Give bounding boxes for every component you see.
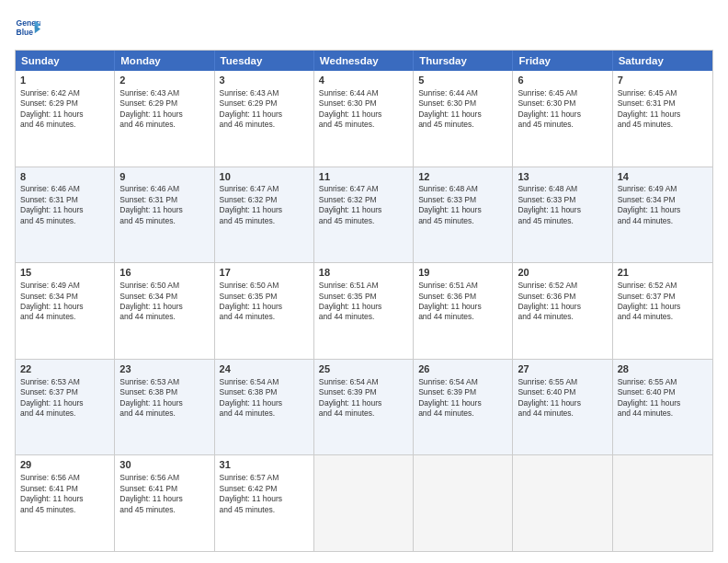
daylight: Daylight: 11 hours <box>319 205 382 214</box>
day-number: 28 <box>618 362 708 376</box>
daylight: Daylight: 11 hours <box>319 398 382 408</box>
calendar-cell: 3Sunrise: 6:43 AMSunset: 6:29 PMDaylight… <box>215 71 314 167</box>
day-number: 19 <box>418 266 507 280</box>
sunrise: Sunrise: 6:45 AM <box>518 88 577 98</box>
sunset: Sunset: 6:39 PM <box>418 387 476 396</box>
daylight: Daylight: 11 hours <box>20 302 84 311</box>
calendar-cell: 25Sunrise: 6:54 AMSunset: 6:39 PMDayligh… <box>314 360 414 455</box>
daylight: Daylight: 11 hours <box>418 109 482 119</box>
daylight: Daylight: 11 hours <box>220 205 283 214</box>
sunset: Sunset: 6:31 PM <box>20 195 78 204</box>
daylight-mins: and 44 minutes. <box>618 312 673 321</box>
sunset: Sunset: 6:34 PM <box>20 292 78 301</box>
calendar-cell: 10Sunrise: 6:47 AMSunset: 6:32 PMDayligh… <box>215 167 314 263</box>
sunset: Sunset: 6:39 PM <box>319 387 377 396</box>
calendar-cell: 5Sunrise: 6:44 AMSunset: 6:30 PMDaylight… <box>414 71 513 167</box>
sunset: Sunset: 6:42 PM <box>220 484 278 493</box>
sunrise: Sunrise: 6:55 AM <box>618 377 677 386</box>
sunrise: Sunrise: 6:53 AM <box>20 377 80 386</box>
day-number: 13 <box>518 170 607 184</box>
daylight: Daylight: 11 hours <box>20 494 84 503</box>
daylight: Daylight: 11 hours <box>119 398 183 408</box>
daylight-mins: and 46 minutes. <box>20 120 75 129</box>
day-number: 12 <box>418 170 507 184</box>
daylight-mins: and 44 minutes. <box>20 312 75 321</box>
daylight: Daylight: 11 hours <box>618 302 681 311</box>
daylight-mins: and 45 minutes. <box>119 216 175 225</box>
sunset: Sunset: 6:29 PM <box>119 98 177 108</box>
header: General Blue <box>15 15 713 40</box>
daylight-mins: and 45 minutes. <box>418 120 473 129</box>
daylight: Daylight: 11 hours <box>618 109 681 119</box>
day-number: 14 <box>618 170 708 184</box>
daylight-mins: and 44 minutes. <box>119 408 175 418</box>
daylight: Daylight: 11 hours <box>220 109 283 119</box>
daylight: Daylight: 11 hours <box>518 398 581 408</box>
sunset: Sunset: 6:29 PM <box>220 98 278 108</box>
calendar-row-5: 29Sunrise: 6:56 AMSunset: 6:41 PMDayligh… <box>16 454 712 551</box>
daylight: Daylight: 11 hours <box>119 302 183 311</box>
header-day-tuesday: Tuesday <box>215 51 314 71</box>
day-number: 25 <box>319 362 408 376</box>
sunset: Sunset: 6:38 PM <box>119 387 177 396</box>
daylight-mins: and 45 minutes. <box>618 120 673 129</box>
day-number: 5 <box>418 74 507 87</box>
daylight-mins: and 44 minutes. <box>518 408 573 418</box>
calendar-header: SundayMondayTuesdayWednesdayThursdayFrid… <box>16 51 712 71</box>
day-number: 7 <box>618 74 708 87</box>
day-number: 15 <box>20 266 109 280</box>
calendar-body: 1Sunrise: 6:42 AMSunset: 6:29 PMDaylight… <box>16 71 712 551</box>
calendar-cell: 14Sunrise: 6:49 AMSunset: 6:34 PMDayligh… <box>613 167 712 263</box>
day-number: 18 <box>319 266 408 280</box>
day-number: 29 <box>20 458 109 472</box>
sunrise: Sunrise: 6:50 AM <box>220 281 279 290</box>
daylight-mins: and 44 minutes. <box>220 312 275 321</box>
sunset: Sunset: 6:41 PM <box>20 484 78 493</box>
day-number: 11 <box>319 170 408 184</box>
day-number: 23 <box>119 362 209 376</box>
daylight: Daylight: 11 hours <box>319 302 382 311</box>
calendar-cell <box>414 455 513 551</box>
sunset: Sunset: 6:34 PM <box>119 292 177 301</box>
daylight-mins: and 45 minutes. <box>20 505 75 514</box>
day-number: 26 <box>418 362 507 376</box>
sunset: Sunset: 6:37 PM <box>20 387 78 396</box>
day-number: 16 <box>119 266 209 280</box>
sunset: Sunset: 6:32 PM <box>319 195 377 204</box>
sunset: Sunset: 6:31 PM <box>618 98 676 108</box>
calendar-cell: 7Sunrise: 6:45 AMSunset: 6:31 PMDaylight… <box>613 71 712 167</box>
sunrise: Sunrise: 6:46 AM <box>20 184 80 193</box>
sunset: Sunset: 6:34 PM <box>618 195 676 204</box>
calendar-cell: 26Sunrise: 6:54 AMSunset: 6:39 PMDayligh… <box>414 360 513 455</box>
sunset: Sunset: 6:37 PM <box>618 292 676 301</box>
sunrise: Sunrise: 6:47 AM <box>319 184 379 193</box>
sunrise: Sunrise: 6:47 AM <box>220 184 279 193</box>
calendar-cell: 28Sunrise: 6:55 AMSunset: 6:40 PMDayligh… <box>613 360 712 455</box>
daylight-mins: and 44 minutes. <box>418 312 473 321</box>
sunrise: Sunrise: 6:43 AM <box>119 88 179 98</box>
sunrise: Sunrise: 6:54 AM <box>319 377 379 386</box>
calendar-cell: 9Sunrise: 6:46 AMSunset: 6:31 PMDaylight… <box>115 167 214 263</box>
daylight-mins: and 45 minutes. <box>518 120 573 129</box>
calendar-cell: 13Sunrise: 6:48 AMSunset: 6:33 PMDayligh… <box>513 167 612 263</box>
sunset: Sunset: 6:30 PM <box>518 98 575 108</box>
daylight-mins: and 45 minutes. <box>418 216 473 225</box>
daylight-mins: and 44 minutes. <box>319 408 374 418</box>
sunset: Sunset: 6:40 PM <box>518 387 575 396</box>
daylight: Daylight: 11 hours <box>119 494 183 503</box>
sunrise: Sunrise: 6:56 AM <box>119 473 179 482</box>
sunrise: Sunrise: 6:44 AM <box>418 88 478 98</box>
calendar-cell: 12Sunrise: 6:48 AMSunset: 6:33 PMDayligh… <box>414 167 513 263</box>
daylight: Daylight: 11 hours <box>518 302 581 311</box>
daylight: Daylight: 11 hours <box>319 109 382 119</box>
daylight: Daylight: 11 hours <box>220 398 283 408</box>
sunset: Sunset: 6:32 PM <box>220 195 278 204</box>
day-number: 9 <box>119 170 209 184</box>
sunrise: Sunrise: 6:43 AM <box>220 88 279 98</box>
daylight-mins: and 44 minutes. <box>20 408 75 418</box>
daylight: Daylight: 11 hours <box>518 109 581 119</box>
day-number: 6 <box>518 74 607 87</box>
header-day-sunday: Sunday <box>16 51 115 71</box>
sunset: Sunset: 6:30 PM <box>319 98 377 108</box>
calendar-row-4: 22Sunrise: 6:53 AMSunset: 6:37 PMDayligh… <box>16 359 712 455</box>
